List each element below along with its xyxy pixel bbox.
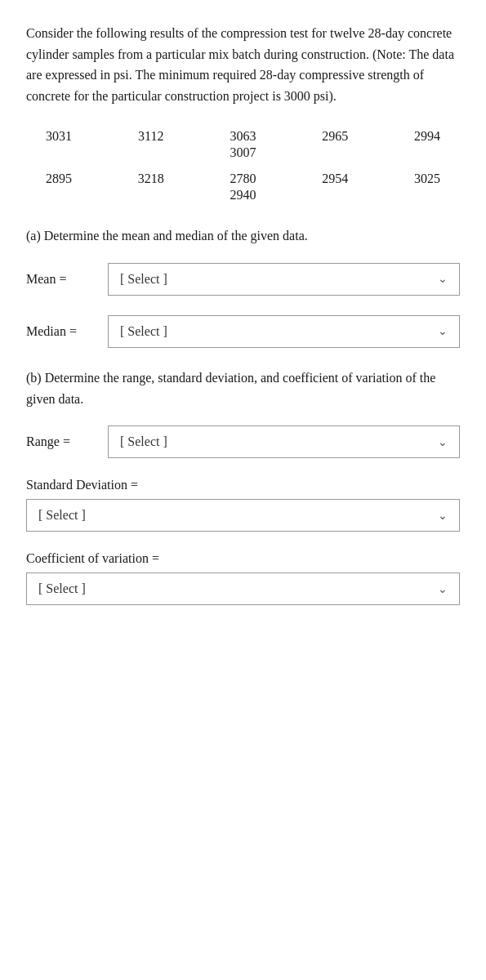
part-a-label: (a) Determine the mean and median of the…: [26, 225, 460, 247]
std-dev-chevron-icon: ⌄: [438, 509, 448, 523]
median-row: Median = [ Select ] ⌄: [26, 315, 460, 348]
mean-select-text: [ Select ]: [120, 272, 167, 287]
median-label: Median =: [26, 324, 100, 339]
range-select-text: [ Select ]: [120, 434, 167, 449]
coeff-label: Coefficient of variation =: [26, 551, 460, 566]
range-select[interactable]: [ Select ] ⌄: [108, 425, 460, 458]
std-dev-label: Standard Deviation =: [26, 478, 460, 492]
data-val-9: 2780: [219, 172, 268, 186]
data-val-4: 2965: [310, 129, 359, 144]
median-select-text: [ Select ]: [120, 324, 167, 339]
mean-select[interactable]: [ Select ] ⌄: [108, 263, 460, 296]
intro-paragraph: Consider the following results of the co…: [26, 23, 460, 106]
range-label: Range =: [26, 434, 100, 449]
data-val-1: 3031: [34, 129, 83, 144]
data-table: 3031 3112 3063 2965 2994 3007 2895 3218 …: [26, 129, 460, 203]
data-val-11: 3025: [403, 172, 452, 186]
data-row-1-sub: 3007: [26, 145, 460, 160]
data-val-10: 2954: [310, 172, 359, 186]
median-select[interactable]: [ Select ] ⌄: [108, 315, 460, 348]
data-val-8: 3218: [127, 172, 176, 186]
mean-chevron-icon: ⌄: [438, 272, 448, 286]
coeff-chevron-icon: ⌄: [438, 582, 448, 596]
part-b-label: (b) Determine the range, standard deviat…: [26, 368, 460, 409]
data-val-6: 3007: [219, 145, 268, 160]
range-row: Range = [ Select ] ⌄: [26, 425, 460, 458]
data-val-5: 2994: [403, 129, 452, 144]
std-dev-select[interactable]: [ Select ] ⌄: [26, 499, 460, 532]
data-row-2-sub: 2940: [26, 188, 460, 203]
coeff-select-text: [ Select ]: [38, 581, 86, 596]
coeff-select[interactable]: [ Select ] ⌄: [26, 572, 460, 605]
data-val-2: 3112: [127, 129, 176, 144]
data-val-12: 2940: [219, 188, 268, 203]
std-dev-select-text: [ Select ]: [38, 508, 86, 523]
data-row-2-main: 2895 3218 2780 2954 3025: [26, 172, 460, 186]
range-chevron-icon: ⌄: [438, 435, 448, 449]
data-val-3: 3063: [219, 129, 268, 144]
std-dev-section: Standard Deviation = [ Select ] ⌄: [26, 478, 460, 532]
median-chevron-icon: ⌄: [438, 324, 448, 338]
mean-row: Mean = [ Select ] ⌄: [26, 263, 460, 296]
data-val-7: 2895: [34, 172, 83, 186]
data-row-1-main: 3031 3112 3063 2965 2994: [26, 129, 460, 144]
mean-label: Mean =: [26, 272, 100, 287]
coeff-section: Coefficient of variation = [ Select ] ⌄: [26, 551, 460, 605]
